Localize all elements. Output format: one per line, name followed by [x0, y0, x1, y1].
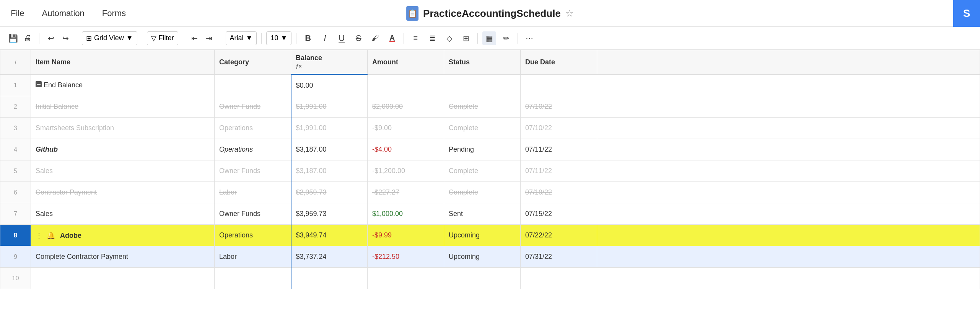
indent-left-button[interactable]: ⇤ — [188, 31, 202, 45]
cell-category[interactable]: Owner Funds — [215, 160, 291, 182]
cell-due-date[interactable]: 07/15/22 — [521, 203, 597, 225]
bold-button[interactable]: B — [301, 31, 315, 45]
cell-category[interactable]: Operations — [215, 139, 291, 160]
cell-amount[interactable]: $1,000.00 — [368, 203, 444, 225]
cell-balance[interactable]: $1,991.00 — [291, 118, 368, 139]
menu-file[interactable]: File — [8, 7, 27, 20]
cell-due-date[interactable]: 07/19/22 — [521, 182, 597, 203]
col-header-balance[interactable]: Balance ƒ× — [291, 50, 368, 75]
cell-balance[interactable] — [291, 268, 368, 289]
col-header-item-name[interactable]: Item Name — [31, 50, 215, 75]
cell-amount[interactable]: -$9.00 — [368, 118, 444, 139]
cell-status[interactable]: Upcoming — [444, 225, 521, 246]
cell-item-name[interactable]: Complete Contractor Payment — [31, 246, 215, 268]
cell-amount[interactable]: -$1,200.00 — [368, 160, 444, 182]
cell-due-date[interactable] — [521, 75, 597, 96]
col-header-amount[interactable]: Amount — [368, 50, 444, 75]
font-dropdown[interactable]: Arial ▼ — [226, 31, 257, 45]
cell-balance[interactable]: $3,187.00 — [291, 160, 368, 182]
cell-status[interactable]: Upcoming — [444, 246, 521, 268]
favorite-icon[interactable]: ☆ — [565, 8, 574, 19]
cell-category[interactable]: Labor — [215, 182, 291, 203]
cell-item-name[interactable]: Sales — [31, 203, 215, 225]
cell-category[interactable]: Labor — [215, 246, 291, 268]
cell-status[interactable]: Sent — [444, 203, 521, 225]
redo-button[interactable]: ↪ — [59, 31, 72, 45]
table-row[interactable]: 5SalesOwner Funds$3,187.00-$1,200.00Comp… — [0, 160, 980, 182]
italic-button[interactable]: I — [318, 31, 332, 45]
undo-button[interactable]: ↩ — [44, 31, 58, 45]
cell-item-name[interactable]: ⋮ 🔔 Adobe — [31, 225, 215, 246]
wrap-button[interactable]: ≣ — [425, 31, 439, 45]
table-row[interactable]: 7SalesOwner Funds$3,959.73$1,000.00Sent0… — [0, 203, 980, 225]
view-dropdown[interactable]: ⊞ Grid View ▼ — [82, 31, 137, 45]
row-menu-icon[interactable]: ⋮ — [36, 232, 42, 239]
cell-due-date[interactable]: 07/11/22 — [521, 160, 597, 182]
more-options-button[interactable]: ⋯ — [523, 31, 536, 45]
font-size-dropdown[interactable]: 10 ▼ — [266, 31, 291, 45]
pencil-button[interactable]: ✏ — [499, 31, 513, 45]
menu-forms[interactable]: Forms — [99, 7, 129, 20]
cell-item-name[interactable]: Initial Balance — [31, 96, 215, 118]
underline-button[interactable]: U — [335, 31, 348, 45]
cell-item-name[interactable]: End Balance — [31, 75, 215, 96]
table-row[interactable]: 6Contractor PaymentLabor$2,959.73-$227.2… — [0, 182, 980, 203]
col-header-due-date[interactable]: Due Date — [521, 50, 597, 75]
grid-toggle-button[interactable]: ▦ — [482, 31, 496, 45]
table-row[interactable]: 10 — [0, 268, 980, 289]
cell-status[interactable] — [444, 268, 521, 289]
cell-format-button[interactable]: ⊞ — [459, 31, 473, 45]
cell-balance[interactable]: $1,991.00 — [291, 96, 368, 118]
clear-format-button[interactable]: ◇ — [442, 31, 456, 45]
table-row[interactable]: 8 ⋮ 🔔 AdobeOperations$3,949.74-$9.99Upco… — [0, 225, 980, 246]
cell-balance[interactable]: $3,187.00 — [291, 139, 368, 160]
cell-item-name[interactable]: Github — [31, 139, 215, 160]
col-header-category[interactable]: Category — [215, 50, 291, 75]
cell-due-date[interactable] — [521, 268, 597, 289]
cell-status[interactable]: Pending — [444, 139, 521, 160]
cell-due-date[interactable]: 07/10/22 — [521, 118, 597, 139]
table-row[interactable]: 4GithubOperations$3,187.00-$4.00Pending0… — [0, 139, 980, 160]
align-button[interactable]: ≡ — [409, 31, 422, 45]
cell-category[interactable]: Owner Funds — [215, 96, 291, 118]
cell-balance[interactable]: $3,737.24 — [291, 246, 368, 268]
cell-category[interactable] — [215, 75, 291, 96]
save-button[interactable]: 💾 — [6, 31, 20, 45]
col-header-status[interactable]: Status — [444, 50, 521, 75]
menu-automation[interactable]: Automation — [39, 7, 87, 20]
cell-category[interactable]: Operations — [215, 118, 291, 139]
cell-item-name[interactable]: Sales — [31, 160, 215, 182]
cell-status[interactable]: Complete — [444, 96, 521, 118]
cell-amount[interactable] — [368, 75, 444, 96]
indent-right-button[interactable]: ⇥ — [202, 31, 216, 45]
table-row[interactable]: 1 End Balance$0.00 — [0, 75, 980, 96]
cell-balance[interactable]: $3,949.74 — [291, 225, 368, 246]
cell-balance[interactable]: $3,959.73 — [291, 203, 368, 225]
cell-item-name[interactable] — [31, 268, 215, 289]
cell-due-date[interactable]: 07/31/22 — [521, 246, 597, 268]
cell-due-date[interactable]: 07/10/22 — [521, 96, 597, 118]
highlight-button[interactable]: 🖌 — [368, 31, 382, 45]
text-color-button[interactable]: A — [385, 31, 399, 45]
cell-status[interactable]: Complete — [444, 118, 521, 139]
table-row[interactable]: 3Smartsheets SubscriptionOperations$1,99… — [0, 118, 980, 139]
cell-balance[interactable]: $0.00 — [291, 75, 368, 96]
table-row[interactable]: 2Initial BalanceOwner Funds$1,991.00$2,0… — [0, 96, 980, 118]
row-notification-icon[interactable]: 🔔 — [47, 232, 55, 239]
cell-amount[interactable]: -$227.27 — [368, 182, 444, 203]
collapse-icon[interactable] — [36, 81, 42, 87]
cell-category[interactable]: Operations — [215, 225, 291, 246]
filter-dropdown[interactable]: ▽ Filter — [147, 31, 178, 45]
cell-amount[interactable] — [368, 268, 444, 289]
strikethrough-button[interactable]: S — [352, 31, 365, 45]
cell-status[interactable] — [444, 75, 521, 96]
cell-balance[interactable]: $2,959.73 — [291, 182, 368, 203]
table-row[interactable]: 9Complete Contractor PaymentLabor$3,737.… — [0, 246, 980, 268]
cell-due-date[interactable]: 07/11/22 — [521, 139, 597, 160]
cell-category[interactable]: Owner Funds — [215, 203, 291, 225]
cell-due-date[interactable]: 07/22/22 — [521, 225, 597, 246]
cell-category[interactable] — [215, 268, 291, 289]
cell-amount[interactable]: -$9.99 — [368, 225, 444, 246]
cell-amount[interactable]: -$4.00 — [368, 139, 444, 160]
cell-item-name[interactable]: Smartsheets Subscription — [31, 118, 215, 139]
